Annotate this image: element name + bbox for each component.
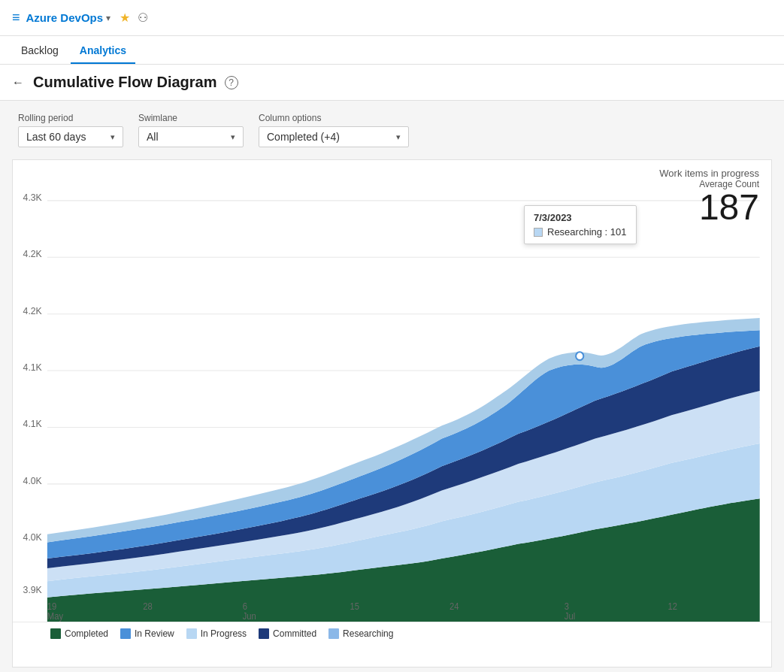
- inprogress-swatch: [186, 628, 197, 639]
- top-bar: ≡ Azure DevOps ▾ ★ ⚇: [0, 0, 784, 36]
- svg-text:19: 19: [47, 602, 56, 611]
- swimlane-group: Swimlane All ▾: [138, 113, 244, 147]
- chart-tooltip: 7/3/2023 Researching : 101: [524, 205, 637, 244]
- completed-label: Completed: [65, 628, 108, 639]
- rolling-period-label: Rolling period: [18, 113, 123, 123]
- page-content: ← Cumulative Flow Diagram ? Rolling peri…: [0, 65, 784, 672]
- svg-text:4.0K: 4.0K: [23, 476, 43, 486]
- tooltip-swatch: [534, 228, 543, 237]
- svg-text:Jun: Jun: [243, 611, 256, 620]
- completed-swatch: [50, 628, 61, 639]
- column-options-chevron: ▾: [396, 132, 401, 142]
- svg-point-16: [576, 352, 583, 360]
- legend-researching: Researching: [328, 628, 393, 639]
- chevron-icon[interactable]: ▾: [106, 13, 110, 23]
- swimlane-dropdown[interactable]: All ▾: [138, 126, 244, 147]
- swimlane-value: All: [147, 131, 159, 143]
- swimlane-chevron: ▾: [231, 132, 235, 142]
- column-options-dropdown[interactable]: Completed (+4) ▾: [259, 126, 409, 147]
- back-button[interactable]: ←: [12, 76, 24, 89]
- legend-completed: Completed: [50, 628, 108, 639]
- app-name[interactable]: Azure DevOps: [26, 11, 104, 24]
- page-title: Cumulative Flow Diagram: [33, 74, 217, 91]
- inprogress-label: In Progress: [201, 628, 247, 639]
- chart-legend: Completed In Review In Progress Committe…: [13, 622, 771, 645]
- work-items-label: Work items in progress: [659, 168, 759, 179]
- rolling-period-dropdown[interactable]: Last 60 days ▾: [18, 126, 123, 147]
- page-header: ← Cumulative Flow Diagram ?: [0, 65, 784, 101]
- svg-text:28: 28: [143, 602, 152, 611]
- tooltip-date: 7/3/2023: [534, 212, 627, 223]
- app-icon: ≡: [12, 10, 20, 26]
- tooltip-item: Researching : 101: [534, 226, 627, 238]
- column-options-group: Column options Completed (+4) ▾: [259, 113, 409, 147]
- nav-tabs: Backlog Analytics: [0, 36, 784, 65]
- svg-text:4.0K: 4.0K: [23, 532, 43, 543]
- researching-label: Researching: [343, 628, 393, 639]
- legend-inreview: In Review: [120, 628, 174, 639]
- chart-container: Work items in progress Average Count 187…: [12, 159, 772, 667]
- work-items-count: 187: [659, 189, 759, 226]
- chart-svg: 4.3K 4.2K 4.2K 4.1K 4.1K 4.0K 4.0K 3.9K: [13, 160, 771, 622]
- committed-swatch: [259, 628, 269, 639]
- svg-text:4.2K: 4.2K: [23, 305, 43, 316]
- svg-text:3.9K: 3.9K: [23, 585, 43, 595]
- svg-text:Jul: Jul: [565, 611, 575, 620]
- svg-text:4.3K: 4.3K: [23, 192, 43, 203]
- svg-text:6: 6: [243, 602, 247, 611]
- legend-committed: Committed: [259, 628, 316, 639]
- controls-row: Rolling period Last 60 days ▾ Swimlane A…: [15, 113, 769, 147]
- svg-text:3: 3: [565, 602, 569, 611]
- svg-text:4.1K: 4.1K: [23, 419, 43, 429]
- svg-text:15: 15: [350, 602, 359, 611]
- column-options-value: Completed (+4): [267, 131, 340, 143]
- svg-text:24: 24: [450, 602, 459, 611]
- favorite-icon[interactable]: ★: [120, 11, 130, 25]
- inreview-label: In Review: [135, 628, 174, 639]
- rolling-period-value: Last 60 days: [26, 131, 86, 143]
- svg-text:12: 12: [667, 602, 677, 611]
- column-options-label: Column options: [259, 113, 409, 123]
- svg-text:4.1K: 4.1K: [23, 362, 43, 373]
- svg-text:May: May: [47, 611, 63, 620]
- swimlane-label: Swimlane: [138, 113, 244, 123]
- inreview-swatch: [120, 628, 131, 639]
- help-icon[interactable]: ?: [225, 76, 238, 89]
- tooltip-text: Researching : 101: [547, 226, 627, 238]
- rolling-period-group: Rolling period Last 60 days ▾: [18, 113, 123, 147]
- rolling-period-chevron: ▾: [110, 132, 115, 142]
- committed-label: Committed: [273, 628, 316, 639]
- tab-backlog[interactable]: Backlog: [12, 38, 68, 64]
- legend-inprogress: In Progress: [186, 628, 247, 639]
- researching-swatch: [328, 628, 339, 639]
- chart-stats: Work items in progress Average Count 187: [659, 168, 759, 226]
- person-icon[interactable]: ⚇: [138, 11, 148, 25]
- tab-analytics[interactable]: Analytics: [71, 38, 135, 64]
- svg-text:4.2K: 4.2K: [23, 249, 43, 259]
